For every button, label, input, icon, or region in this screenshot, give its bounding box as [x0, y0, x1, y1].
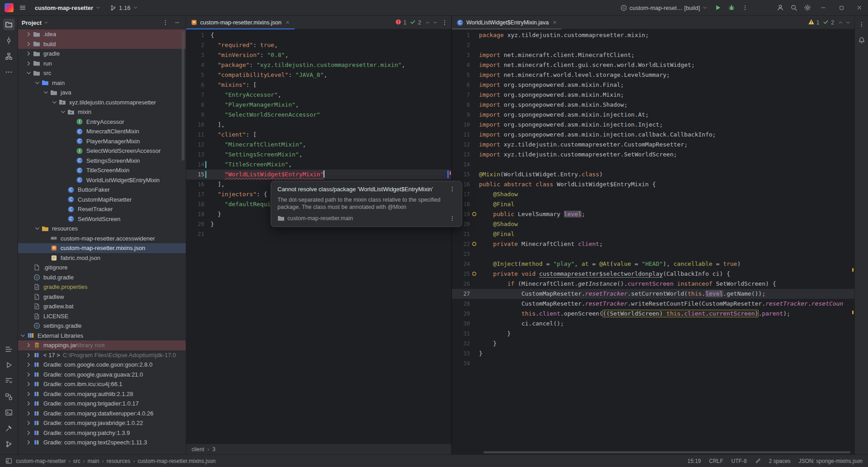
- line-number[interactable]: 10: [186, 120, 204, 130]
- line-number[interactable]: 21: [452, 229, 470, 239]
- tooltip-footer-more-icon[interactable]: [449, 215, 455, 222]
- pen-icon[interactable]: [755, 458, 761, 464]
- tree-item[interactable]: xyz.tildejustin.custommapresetter: [18, 98, 186, 108]
- breadcrumb-item[interactable]: custom-map-resetter.mixins.json: [137, 458, 216, 464]
- line-number[interactable]: 14: [186, 160, 204, 170]
- chevron-down-icon[interactable]: [42, 89, 50, 96]
- line-number[interactable]: 8: [452, 100, 470, 110]
- code-line-3[interactable]: 3 "minVersion": "0.8",: [186, 50, 451, 60]
- code-line-6[interactable]: 6 "mixins": [: [186, 80, 451, 90]
- tree-item[interactable]: gradlew: [18, 292, 186, 302]
- notifications-icon[interactable]: [856, 34, 868, 46]
- tree-item[interactable]: IEntryAccessor: [18, 117, 186, 127]
- tree-item[interactable]: Mcustom-map-resetter.mixins.json: [18, 243, 186, 253]
- inspections-widget[interactable]: 1 2: [395, 19, 438, 26]
- line-number[interactable]: 16: [186, 179, 204, 189]
- breadcrumb-item[interactable]: client: [192, 446, 204, 453]
- tree-item[interactable]: build: [18, 39, 186, 49]
- code-line-4[interactable]: 4 "package": "xyz.tildejustin.custommapr…: [186, 60, 451, 70]
- breadcrumb-item[interactable]: custom-map-resetter: [16, 458, 66, 464]
- vcs-branch-widget[interactable]: 1.16: [107, 1, 141, 14]
- code-line-5[interactable]: 5 "compatibilityLevel": "JAVA_8",: [186, 70, 451, 80]
- line-number[interactable]: 1: [452, 30, 470, 40]
- tree-item[interactable]: CSetWorldScreen: [18, 214, 186, 224]
- code-line-2[interactable]: 2 "required": true,: [186, 40, 451, 50]
- horizontal-scrollbar[interactable]: [483, 451, 850, 453]
- status-item[interactable]: UTF-8: [732, 458, 747, 464]
- shadow-gutter-icon[interactable]: [472, 241, 477, 246]
- code-line-12[interactable]: 12import xyz.tildejustin.custommapresett…: [452, 140, 854, 150]
- line-number[interactable]: 15: [186, 170, 204, 179]
- chevron-down-icon[interactable]: [59, 108, 67, 115]
- code-line-6[interactable]: 6import org.spongepowered.asm.mixin.Fina…: [452, 80, 854, 90]
- tab-entry-mixin-java[interactable]: C WorldListWidget$EntryMixin.java: [452, 16, 562, 29]
- chevron-down-icon[interactable]: [51, 99, 58, 106]
- tree-item[interactable]: CSettingsScreenMixin: [18, 156, 186, 166]
- code-line-7[interactable]: 7import org.spongepowered.asm.mixin.Mixi…: [452, 90, 854, 100]
- tree-item[interactable]: Gsettings.gradle: [18, 321, 186, 331]
- debug-button[interactable]: [725, 1, 738, 14]
- tree-item[interactable]: CTitleScreenMixin: [18, 165, 186, 175]
- scrollbar-thumb[interactable]: [182, 31, 184, 160]
- tree-item[interactable]: gradlew.bat: [18, 302, 186, 311]
- editor-kebab-icon[interactable]: [440, 18, 450, 28]
- breadcrumb-item[interactable]: 3: [212, 446, 216, 453]
- tree-item[interactable]: resources: [18, 224, 186, 234]
- line-number[interactable]: 32: [452, 339, 470, 349]
- chevron-right-icon[interactable]: [25, 31, 33, 38]
- line-number[interactable]: 24: [452, 259, 470, 269]
- line-number[interactable]: 31: [452, 329, 470, 339]
- line-number[interactable]: 4: [452, 60, 470, 70]
- tree-item[interactable]: src: [18, 68, 186, 78]
- code-line-17[interactable]: 17 @Shadow: [452, 189, 854, 199]
- caret-stripe-marker[interactable]: [447, 170, 449, 178]
- breadcrumb-item[interactable]: resources: [107, 458, 131, 464]
- code-line-9[interactable]: 9 "SelectWorldScreenAccessor": [186, 110, 451, 120]
- code-line-27[interactable]: 27 CustomMapResetter.resetTracker.setCur…: [452, 289, 854, 299]
- tree-item[interactable]: CMinecraftClientMixin: [18, 127, 186, 137]
- tree-item[interactable]: run: [18, 59, 186, 69]
- line-number[interactable]: 17: [186, 189, 204, 199]
- line-number[interactable]: 8: [186, 100, 204, 110]
- tree-item[interactable]: main: [18, 78, 186, 88]
- tree-item[interactable]: Gradle: com.google.code.gson:gson:2.8.0: [18, 360, 186, 370]
- java-editor[interactable]: 1package xyz.tildejustin.custommapresett…: [452, 29, 854, 454]
- chevron-right-icon[interactable]: [25, 60, 33, 67]
- tab-mixins-json[interactable]: M custom-map-resetter.mixins.json: [186, 16, 295, 29]
- chevron-right-icon[interactable]: [25, 429, 33, 436]
- chevron-right-icon[interactable]: [25, 381, 33, 387]
- line-number[interactable]: 9: [452, 110, 470, 120]
- chevron-right-icon[interactable]: [25, 391, 33, 397]
- code-line-22[interactable]: 22 private MinecraftClient client;: [452, 239, 854, 249]
- tree-item[interactable]: gradle.properties: [18, 282, 186, 292]
- code-line-32[interactable]: 32 }: [452, 339, 854, 349]
- settings-gear-icon[interactable]: [801, 1, 814, 14]
- line-number[interactable]: 12: [186, 140, 204, 150]
- prev-issue-icon[interactable]: [425, 20, 430, 25]
- code-line-4[interactable]: 4import net.minecraft.client.gui.screen.…: [452, 60, 854, 70]
- code-with-me-icon[interactable]: [774, 1, 787, 14]
- tree-item[interactable]: Gradle: com.mojang:datafixerupper:4.0.26: [18, 409, 186, 419]
- code-line-9[interactable]: 9import org.spongepowered.asm.mixin.inje…: [452, 110, 854, 120]
- chevron-right-icon[interactable]: [25, 420, 33, 426]
- code-line-19[interactable]: 19 public LevelSummary level;: [452, 209, 854, 219]
- code-line-16[interactable]: 16public abstract class WorldListWidget$…: [452, 179, 854, 189]
- line-number[interactable]: 23: [452, 249, 470, 259]
- maximize-button[interactable]: [833, 0, 850, 16]
- search-icon[interactable]: [788, 1, 800, 14]
- code-line-25[interactable]: 25 private void custommapresetter$select…: [452, 269, 854, 279]
- code-line-1[interactable]: 1{: [186, 30, 451, 40]
- editor-actions-icon[interactable]: [856, 19, 868, 30]
- code-line-8[interactable]: 8import org.spongepowered.asm.mixin.Shad…: [452, 100, 854, 110]
- main-menu-icon[interactable]: [16, 1, 29, 14]
- code-line-12[interactable]: 12 "MinecraftClientMixin",: [186, 140, 451, 150]
- code-line-31[interactable]: 31 }: [452, 329, 854, 339]
- code-line-24[interactable]: 24 @Inject(method = "play", at = @At(val…: [452, 259, 854, 269]
- chevron-down-icon[interactable]: [33, 225, 41, 232]
- error-stripe-marker[interactable]: [450, 171, 451, 175]
- tree-item[interactable]: fabric.mod.json: [18, 253, 186, 263]
- tree-item[interactable]: Gradle: com.mojang:patchy:1.3.9: [18, 428, 186, 438]
- chevron-right-icon[interactable]: [25, 50, 33, 57]
- line-number[interactable]: 4: [186, 60, 204, 70]
- warning-stripe-marker[interactable]: [852, 311, 854, 314]
